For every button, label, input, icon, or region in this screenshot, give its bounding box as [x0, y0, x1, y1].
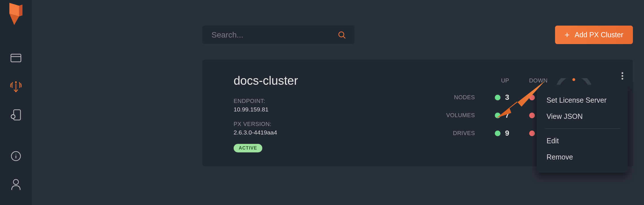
nav-user[interactable] [0, 170, 32, 199]
card-menu-button[interactable] [622, 71, 623, 81]
main-content: + Add PX Cluster docs-cluster ENDPOINT: … [32, 0, 644, 205]
svg-line-14 [343, 36, 345, 38]
search-input[interactable] [211, 30, 338, 40]
drives-up: 9 [495, 129, 509, 138]
nodes-up: 3 [495, 93, 509, 102]
svg-point-12 [13, 179, 18, 185]
menu-set-license[interactable]: Set License Server [537, 92, 628, 108]
row-nodes-label: NODES [446, 94, 475, 101]
cluster-card: docs-cluster ENDPOINT: 10.99.159.81 PX V… [202, 60, 633, 166]
cluster-stats: UP DOWN NODES 3 0 VOLUMES 7 0 DRIVES 9 0 [446, 77, 548, 138]
add-cluster-button[interactable]: + Add PX Cluster [555, 26, 633, 44]
nav-storage[interactable] [0, 101, 32, 129]
col-down: DOWN [529, 77, 548, 84]
volumes-up: 7 [495, 111, 509, 120]
card-menu: Set License Server View JSON Edit Remove [537, 85, 628, 173]
menu-view-json[interactable]: View JSON [537, 108, 628, 125]
svg-point-15 [572, 78, 575, 81]
svg-point-6 [15, 81, 17, 83]
search-icon [338, 31, 346, 39]
menu-edit[interactable]: Edit [537, 133, 628, 149]
brand-logo [9, 3, 22, 26]
menu-separator [545, 129, 620, 129]
top-bar: + Add PX Cluster [202, 0, 633, 44]
nav-clusters[interactable] [0, 72, 32, 101]
row-drives-label: DRIVES [446, 130, 475, 136]
nav-dashboard[interactable] [0, 44, 32, 72]
svg-rect-3 [11, 54, 21, 62]
search-box[interactable] [202, 26, 354, 44]
col-up: UP [495, 77, 509, 84]
nav-info[interactable] [0, 142, 32, 170]
svg-point-13 [339, 32, 344, 37]
status-badge: ACTIVE [234, 144, 262, 152]
menu-remove[interactable]: Remove [537, 149, 628, 165]
add-cluster-label: Add PX Cluster [575, 31, 623, 39]
svg-marker-2 [19, 5, 22, 16]
row-volumes-label: VOLUMES [446, 112, 475, 119]
svg-point-11 [16, 154, 16, 155]
sidebar [0, 0, 32, 205]
